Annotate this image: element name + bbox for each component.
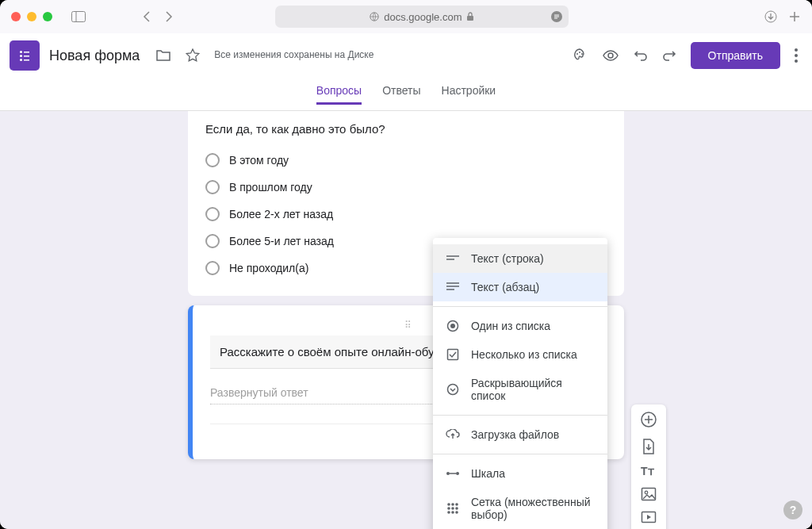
tabs: Вопросы Ответы Настройки: [0, 78, 812, 111]
checkbox-icon: [446, 348, 460, 361]
radio-option[interactable]: В прошлом году: [205, 174, 607, 201]
forms-logo-icon[interactable]: [10, 40, 40, 71]
menu-label: Сетка (множественный выбор): [471, 496, 595, 521]
app-header: Новая форма Все изменения сохранены на Д…: [0, 33, 812, 78]
theme-icon[interactable]: [572, 48, 588, 63]
header-left-icons: [155, 48, 200, 63]
side-toolbar: Tᴛ: [631, 404, 666, 529]
svg-point-40: [447, 503, 450, 506]
redo-icon[interactable]: [662, 49, 676, 62]
menu-separator: [433, 454, 607, 454]
traffic-lights: [11, 12, 52, 21]
svg-point-23: [795, 59, 798, 63]
header-right-actions: Отправить: [572, 42, 798, 69]
svg-point-22: [795, 54, 798, 57]
svg-rect-0: [72, 12, 86, 22]
svg-point-45: [455, 507, 458, 510]
canvas: Если да, то как давно это было? В этом г…: [0, 111, 812, 529]
add-title-icon[interactable]: Tᴛ: [641, 465, 657, 477]
menu-label: Текст (строка): [471, 252, 544, 265]
window-minimize[interactable]: [27, 12, 36, 21]
save-status: Все изменения сохранены на Диске: [214, 49, 373, 62]
menu-label: Несколько из списка: [471, 348, 577, 361]
menu-item-file-upload[interactable]: Загрузка файлов: [433, 420, 607, 449]
svg-point-19: [581, 53, 583, 55]
scale-icon: [446, 471, 460, 476]
sidebar-toggle-icon[interactable]: [71, 11, 86, 22]
tab-questions[interactable]: Вопросы: [316, 84, 362, 105]
svg-point-34: [450, 324, 455, 328]
form-title[interactable]: Новая форма: [49, 48, 140, 64]
radio-icon: [205, 180, 220, 194]
svg-point-41: [451, 503, 454, 506]
menu-item-dropdown[interactable]: Раскрывающийся список: [433, 369, 607, 410]
svg-rect-12: [24, 52, 29, 53]
add-video-icon[interactable]: [641, 511, 657, 523]
short-text-icon: [446, 255, 460, 263]
star-icon[interactable]: [186, 48, 200, 63]
radio-icon: [205, 153, 220, 167]
reader-icon[interactable]: [551, 11, 562, 22]
add-image-icon[interactable]: [641, 487, 657, 501]
new-tab-icon[interactable]: [788, 10, 801, 23]
menu-label: Загрузка файлов: [471, 428, 559, 441]
svg-rect-11: [20, 51, 22, 53]
radio-icon: [205, 207, 220, 221]
svg-point-68: [645, 491, 648, 494]
menu-item-checkboxes[interactable]: Несколько из списка: [433, 340, 607, 369]
menu-item-linear-scale[interactable]: Шкала: [433, 459, 607, 488]
add-question-icon[interactable]: [640, 411, 657, 428]
svg-text:Tᴛ: Tᴛ: [641, 465, 655, 477]
lock-icon: [466, 12, 474, 21]
menu-item-multiple-choice[interactable]: Один из списка: [433, 312, 607, 340]
menu-item-paragraph[interactable]: Текст (абзац): [433, 273, 607, 301]
browser-actions: [764, 10, 801, 23]
radio-option[interactable]: Более 2-х лет назад: [205, 201, 607, 228]
svg-point-43: [447, 507, 450, 510]
url-text: docs.google.com: [384, 11, 462, 23]
svg-rect-35: [448, 350, 458, 360]
send-button[interactable]: Отправить: [691, 42, 780, 69]
menu-label: Шкала: [471, 467, 505, 480]
svg-point-17: [576, 53, 578, 55]
radio-icon: [205, 261, 220, 275]
window-close[interactable]: [11, 12, 21, 21]
radio-icon: [446, 320, 460, 332]
undo-icon[interactable]: [634, 49, 648, 62]
browser-chrome: docs.google.com: [0, 0, 812, 33]
nav-arrows: [143, 10, 173, 23]
svg-point-44: [451, 507, 454, 510]
help-icon[interactable]: ?: [783, 500, 802, 519]
svg-point-36: [448, 385, 458, 395]
window-maximize[interactable]: [43, 12, 52, 21]
svg-point-20: [608, 53, 613, 58]
radio-label: Не проходил(а): [229, 262, 308, 274]
svg-rect-3: [467, 16, 473, 21]
radio-option[interactable]: В этом году: [205, 147, 607, 174]
forward-icon[interactable]: [165, 10, 173, 23]
tab-responses[interactable]: Ответы: [382, 84, 420, 105]
browser-window: docs.google.com Новая форма Все изменени…: [0, 0, 812, 529]
svg-point-21: [795, 48, 798, 52]
menu-item-mc-grid[interactable]: Сетка (множественный выбор): [433, 488, 607, 529]
address-bar[interactable]: docs.google.com: [275, 6, 569, 28]
svg-point-47: [451, 511, 454, 514]
download-icon[interactable]: [764, 10, 777, 23]
svg-rect-16: [24, 59, 29, 61]
preview-icon[interactable]: [602, 49, 619, 62]
svg-point-37: [446, 472, 450, 475]
move-folder-icon[interactable]: [155, 49, 171, 62]
upload-icon: [446, 429, 460, 440]
menu-separator: [433, 306, 607, 307]
import-questions-icon[interactable]: [642, 438, 656, 455]
radio-label: Более 5-и лет назад: [229, 235, 334, 247]
grid-icon: [446, 503, 460, 514]
menu-label: Один из списка: [471, 320, 550, 332]
menu-label: Раскрывающийся список: [471, 377, 595, 402]
svg-point-42: [455, 503, 458, 506]
dropdown-icon: [446, 383, 460, 396]
tab-settings[interactable]: Настройки: [442, 84, 496, 105]
more-icon[interactable]: [795, 48, 798, 63]
menu-item-short-text[interactable]: Текст (строка): [433, 244, 607, 273]
back-icon[interactable]: [143, 10, 151, 23]
